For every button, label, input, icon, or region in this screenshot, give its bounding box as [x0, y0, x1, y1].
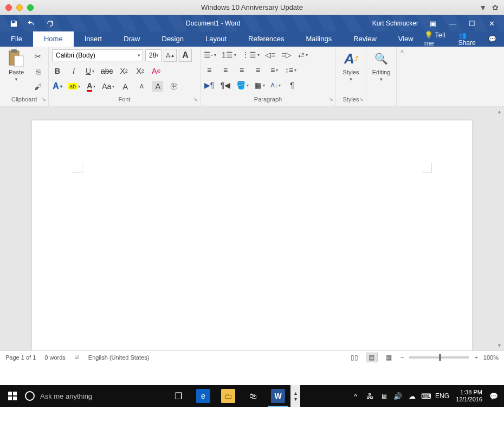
- align-right-icon[interactable]: ≡: [236, 65, 247, 75]
- onedrive-icon[interactable]: ☁: [405, 392, 419, 400]
- increase-indent-icon[interactable]: ≡▷: [281, 49, 292, 60]
- tab-design[interactable]: Design: [151, 31, 195, 47]
- tab-file[interactable]: File: [0, 31, 33, 47]
- grow-font-icon[interactable]: A▲: [164, 49, 177, 62]
- sort-icon[interactable]: A↓: [270, 80, 281, 91]
- styles-button[interactable]: A⤴ Styles ▼: [339, 49, 363, 95]
- font-launcher-icon[interactable]: ↘: [193, 97, 198, 102]
- shrink-font2-icon[interactable]: A: [136, 81, 147, 92]
- distributed-icon[interactable]: ≡: [269, 65, 280, 75]
- tab-insert[interactable]: Insert: [74, 31, 113, 47]
- tab-mailings[interactable]: Mailings: [295, 31, 343, 47]
- enclose-char-icon[interactable]: ㊥: [169, 81, 179, 92]
- start-button[interactable]: [0, 385, 25, 407]
- tray-chevron-icon[interactable]: ^: [348, 392, 363, 400]
- word-app-icon[interactable]: W: [266, 385, 290, 407]
- superscript-button[interactable]: X2: [135, 66, 146, 76]
- print-layout-icon[interactable]: ▤: [366, 353, 378, 362]
- shading-icon[interactable]: 🪣: [236, 80, 249, 91]
- clipboard-launcher-icon[interactable]: ↘: [42, 97, 46, 102]
- zoom-slider[interactable]: [409, 356, 469, 359]
- tab-home[interactable]: Home: [33, 31, 74, 47]
- zoom-level[interactable]: 100%: [483, 354, 499, 361]
- monitor-icon[interactable]: 🖥: [377, 392, 391, 400]
- justify-icon[interactable]: ≡: [253, 65, 263, 75]
- numbering-icon[interactable]: 1☰: [222, 49, 236, 60]
- page-status[interactable]: Page 1 of 1: [5, 354, 36, 361]
- undo-icon[interactable]: [28, 20, 36, 27]
- cut-icon[interactable]: ✂: [33, 51, 43, 62]
- close-button[interactable]: ✕: [487, 20, 496, 28]
- tab-view[interactable]: View: [387, 31, 424, 47]
- line-spacing-icon[interactable]: ↕≡: [285, 65, 296, 75]
- italic-button[interactable]: I: [68, 66, 79, 76]
- collapse-ribbon-icon[interactable]: ^: [397, 47, 408, 106]
- subscript-button[interactable]: X2: [119, 66, 130, 76]
- share-button[interactable]: 👥 Share: [458, 31, 479, 47]
- styles-launcher-icon[interactable]: ↘: [359, 97, 364, 102]
- left-right-icon[interactable]: ⇄: [298, 49, 308, 60]
- ltr-icon[interactable]: ▶¶: [204, 80, 215, 91]
- language-status[interactable]: English (United States): [88, 354, 150, 361]
- task-view-icon[interactable]: ❐: [166, 385, 191, 407]
- font-name-select[interactable]: Calibri (Body): [52, 49, 143, 61]
- user-name[interactable]: Kurt Schmucker: [372, 20, 418, 27]
- change-case-icon[interactable]: Aa: [102, 81, 114, 92]
- editing-button[interactable]: 🔍 Editing ▼: [370, 49, 393, 95]
- language-indicator[interactable]: ENG: [433, 392, 451, 400]
- tab-draw[interactable]: Draw: [113, 31, 151, 47]
- ribbon-display-icon[interactable]: ▣: [428, 20, 438, 28]
- explorer-app-icon[interactable]: 🗀: [216, 385, 241, 407]
- clock[interactable]: 1:38 PM 12/1/2016: [451, 389, 487, 403]
- paste-button[interactable]: Paste ▼: [3, 49, 29, 95]
- save-icon[interactable]: [10, 20, 18, 28]
- comments-icon[interactable]: 💬: [488, 35, 496, 43]
- strike-button[interactable]: abc: [101, 66, 113, 76]
- underline-button[interactable]: U: [85, 66, 95, 76]
- borders-icon[interactable]: ▦: [254, 80, 265, 91]
- tab-references[interactable]: References: [237, 31, 295, 47]
- edge-app-icon[interactable]: e: [191, 385, 216, 407]
- keyboard-icon[interactable]: ⌨: [419, 392, 433, 400]
- grow-font2-icon[interactable]: A: [120, 81, 131, 92]
- read-mode-icon[interactable]: ▯▯: [348, 353, 360, 362]
- zoom-in-icon[interactable]: +: [474, 354, 477, 361]
- bullets-icon[interactable]: ☰·: [204, 49, 216, 60]
- show-marks-icon[interactable]: ¶: [287, 80, 298, 91]
- font-size-select[interactable]: 28: [145, 49, 161, 61]
- format-painter-icon[interactable]: 🖌: [33, 81, 43, 92]
- highlight-icon[interactable]: ab: [68, 81, 80, 92]
- tab-review[interactable]: Review: [343, 31, 387, 47]
- volume-icon[interactable]: 🔊: [391, 392, 405, 400]
- copy-icon[interactable]: ⎘: [33, 66, 43, 77]
- align-left-icon[interactable]: ≡: [204, 65, 215, 75]
- spellcheck-icon[interactable]: ☑: [74, 354, 80, 361]
- multilevel-icon[interactable]: ⋮☰: [242, 49, 260, 60]
- document-page[interactable]: [32, 120, 472, 350]
- tab-layout[interactable]: Layout: [195, 31, 237, 47]
- tell-me[interactable]: 💡 Tell me: [424, 31, 449, 47]
- web-layout-icon[interactable]: ▦: [383, 353, 395, 362]
- network-icon[interactable]: 🖧: [363, 392, 377, 400]
- minimize-button[interactable]: —: [448, 20, 457, 28]
- decrease-indent-icon[interactable]: ◁≡: [265, 49, 276, 60]
- paragraph-launcher-icon[interactable]: ↘: [329, 97, 333, 102]
- shrink-font-icon[interactable]: A: [179, 49, 192, 62]
- vertical-scrollbar[interactable]: ▴▾: [495, 108, 503, 348]
- clear-format-icon[interactable]: A⊘: [151, 66, 162, 76]
- scroll-apps-icon[interactable]: ▴▾: [290, 385, 300, 407]
- word-count[interactable]: 0 words: [44, 354, 66, 361]
- bold-button[interactable]: B: [52, 66, 63, 76]
- redo-icon[interactable]: [46, 20, 54, 28]
- align-center-icon[interactable]: ≡: [220, 65, 231, 75]
- store-app-icon[interactable]: 🛍: [241, 385, 266, 407]
- action-center-icon[interactable]: 💬: [487, 392, 501, 400]
- rtl-icon[interactable]: ¶◀: [220, 80, 231, 91]
- maximize-button[interactable]: ☐: [467, 20, 477, 28]
- text-effects-icon[interactable]: A: [52, 81, 63, 92]
- char-shading-icon[interactable]: A: [152, 81, 163, 92]
- show-desktop-button[interactable]: [501, 385, 504, 407]
- cortana-search[interactable]: Ask me anything: [25, 385, 166, 407]
- font-color-icon[interactable]: A: [86, 81, 96, 92]
- zoom-out-icon[interactable]: −: [400, 354, 404, 361]
